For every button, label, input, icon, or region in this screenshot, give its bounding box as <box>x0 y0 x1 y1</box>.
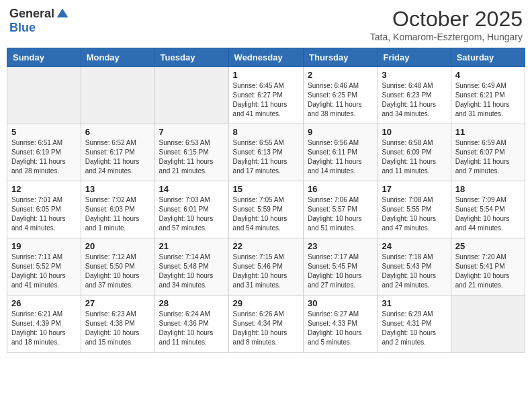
day-number: 31 <box>382 298 446 308</box>
day-info: Sunrise: 7:08 AM Sunset: 5:55 PM Dayligh… <box>382 195 446 233</box>
logo: General Blue <box>9 7 69 35</box>
week-row-4: 19Sunrise: 7:11 AM Sunset: 5:52 PM Dayli… <box>7 238 525 295</box>
calendar-cell: 31Sunrise: 6:29 AM Sunset: 4:31 PM Dayli… <box>378 295 451 353</box>
logo-blue-text: Blue <box>9 21 36 35</box>
day-info: Sunrise: 7:03 AM Sunset: 6:01 PM Dayligh… <box>159 195 224 233</box>
day-info: Sunrise: 6:24 AM Sunset: 4:36 PM Dayligh… <box>159 310 224 347</box>
weekday-header-thursday: Thursday <box>304 48 378 67</box>
calendar-cell: 14Sunrise: 7:03 AM Sunset: 6:01 PM Dayli… <box>154 181 228 238</box>
day-number: 1 <box>233 70 299 80</box>
day-number: 8 <box>233 127 299 137</box>
day-info: Sunrise: 6:49 AM Sunset: 6:21 PM Dayligh… <box>455 81 521 119</box>
day-info: Sunrise: 7:20 AM Sunset: 5:41 PM Dayligh… <box>455 253 521 290</box>
week-row-3: 12Sunrise: 7:01 AM Sunset: 6:05 PM Dayli… <box>7 181 525 238</box>
calendar-cell: 22Sunrise: 7:15 AM Sunset: 5:46 PM Dayli… <box>228 238 303 295</box>
day-number: 3 <box>382 70 446 80</box>
weekday-header-monday: Monday <box>81 48 154 67</box>
day-info: Sunrise: 7:01 AM Sunset: 6:05 PM Dayligh… <box>11 195 77 233</box>
day-info: Sunrise: 7:02 AM Sunset: 6:03 PM Dayligh… <box>85 195 150 233</box>
calendar-cell: 18Sunrise: 7:09 AM Sunset: 5:54 PM Dayli… <box>451 181 525 238</box>
calendar-cell: 20Sunrise: 7:12 AM Sunset: 5:50 PM Dayli… <box>81 238 154 295</box>
calendar-cell <box>7 67 81 124</box>
day-number: 18 <box>455 184 521 194</box>
day-info: Sunrise: 7:17 AM Sunset: 5:45 PM Dayligh… <box>308 253 373 290</box>
title-section: October 2025 Tata, Komarom-Esztergom, Hu… <box>370 7 523 42</box>
day-info: Sunrise: 7:15 AM Sunset: 5:46 PM Dayligh… <box>233 253 299 290</box>
day-number: 11 <box>455 127 521 137</box>
svg-marker-0 <box>57 8 69 17</box>
calendar-cell: 24Sunrise: 7:18 AM Sunset: 5:43 PM Dayli… <box>378 238 451 295</box>
weekday-header-friday: Friday <box>378 48 451 67</box>
day-number: 26 <box>11 298 77 308</box>
day-number: 23 <box>308 241 373 251</box>
calendar-cell: 23Sunrise: 7:17 AM Sunset: 5:45 PM Dayli… <box>304 238 378 295</box>
week-row-1: 1Sunrise: 6:45 AM Sunset: 6:27 PM Daylig… <box>7 67 525 124</box>
day-number: 27 <box>85 298 150 308</box>
calendar-cell: 10Sunrise: 6:58 AM Sunset: 6:09 PM Dayli… <box>378 124 451 181</box>
day-info: Sunrise: 6:27 AM Sunset: 4:33 PM Dayligh… <box>308 310 373 347</box>
calendar-cell <box>154 67 228 124</box>
day-info: Sunrise: 6:52 AM Sunset: 6:17 PM Dayligh… <box>85 138 150 176</box>
logo-general-text: General <box>9 7 54 21</box>
day-info: Sunrise: 6:45 AM Sunset: 6:27 PM Dayligh… <box>233 81 299 119</box>
day-number: 10 <box>382 127 446 137</box>
day-info: Sunrise: 6:26 AM Sunset: 4:34 PM Dayligh… <box>233 310 299 347</box>
calendar-cell: 7Sunrise: 6:53 AM Sunset: 6:15 PM Daylig… <box>154 124 228 181</box>
logo-icon <box>56 7 69 21</box>
day-number: 29 <box>233 298 299 308</box>
calendar-cell: 11Sunrise: 6:59 AM Sunset: 6:07 PM Dayli… <box>451 124 525 181</box>
day-number: 19 <box>11 241 77 251</box>
day-number: 14 <box>159 184 224 194</box>
calendar-table: SundayMondayTuesdayWednesdayThursdayFrid… <box>7 48 525 353</box>
weekday-header-sunday: Sunday <box>7 48 81 67</box>
day-info: Sunrise: 7:09 AM Sunset: 5:54 PM Dayligh… <box>455 195 521 233</box>
day-info: Sunrise: 6:23 AM Sunset: 4:38 PM Dayligh… <box>85 310 150 347</box>
calendar-cell: 21Sunrise: 7:14 AM Sunset: 5:48 PM Dayli… <box>154 238 228 295</box>
weekday-header-saturday: Saturday <box>451 48 525 67</box>
day-info: Sunrise: 6:51 AM Sunset: 6:19 PM Dayligh… <box>11 138 77 176</box>
day-number: 21 <box>159 241 224 251</box>
weekday-header-wednesday: Wednesday <box>228 48 303 67</box>
day-number: 5 <box>11 127 77 137</box>
day-number: 6 <box>85 127 150 137</box>
day-info: Sunrise: 6:59 AM Sunset: 6:07 PM Dayligh… <box>455 138 521 176</box>
week-row-2: 5Sunrise: 6:51 AM Sunset: 6:19 PM Daylig… <box>7 124 525 181</box>
calendar-cell: 25Sunrise: 7:20 AM Sunset: 5:41 PM Dayli… <box>451 238 525 295</box>
day-info: Sunrise: 6:21 AM Sunset: 4:39 PM Dayligh… <box>11 310 77 347</box>
weekday-header-tuesday: Tuesday <box>154 48 228 67</box>
calendar-cell: 6Sunrise: 6:52 AM Sunset: 6:17 PM Daylig… <box>81 124 154 181</box>
location-text: Tata, Komarom-Esztergom, Hungary <box>370 32 523 42</box>
calendar-cell: 13Sunrise: 7:02 AM Sunset: 6:03 PM Dayli… <box>81 181 154 238</box>
day-number: 2 <box>308 70 373 80</box>
calendar-cell <box>81 67 154 124</box>
day-number: 4 <box>455 70 521 80</box>
day-info: Sunrise: 6:46 AM Sunset: 6:25 PM Dayligh… <box>308 81 373 119</box>
calendar-cell: 30Sunrise: 6:27 AM Sunset: 4:33 PM Dayli… <box>304 295 378 353</box>
day-info: Sunrise: 7:11 AM Sunset: 5:52 PM Dayligh… <box>11 253 77 290</box>
calendar-cell: 28Sunrise: 6:24 AM Sunset: 4:36 PM Dayli… <box>154 295 228 353</box>
day-number: 7 <box>159 127 224 137</box>
month-title: October 2025 <box>370 7 523 32</box>
day-info: Sunrise: 6:53 AM Sunset: 6:15 PM Dayligh… <box>159 138 224 176</box>
day-number: 13 <box>85 184 150 194</box>
day-number: 25 <box>455 241 521 251</box>
day-number: 20 <box>85 241 150 251</box>
day-info: Sunrise: 7:14 AM Sunset: 5:48 PM Dayligh… <box>159 253 224 290</box>
calendar-cell: 17Sunrise: 7:08 AM Sunset: 5:55 PM Dayli… <box>378 181 451 238</box>
day-info: Sunrise: 6:58 AM Sunset: 6:09 PM Dayligh… <box>382 138 446 176</box>
day-info: Sunrise: 6:55 AM Sunset: 6:13 PM Dayligh… <box>233 138 299 176</box>
day-info: Sunrise: 6:48 AM Sunset: 6:23 PM Dayligh… <box>382 81 446 119</box>
calendar-cell: 4Sunrise: 6:49 AM Sunset: 6:21 PM Daylig… <box>451 67 525 124</box>
calendar-cell <box>451 295 525 353</box>
calendar-cell: 3Sunrise: 6:48 AM Sunset: 6:23 PM Daylig… <box>378 67 451 124</box>
week-row-5: 26Sunrise: 6:21 AM Sunset: 4:39 PM Dayli… <box>7 295 525 353</box>
day-info: Sunrise: 6:29 AM Sunset: 4:31 PM Dayligh… <box>382 310 446 347</box>
calendar-cell: 29Sunrise: 6:26 AM Sunset: 4:34 PM Dayli… <box>228 295 303 353</box>
calendar-cell: 19Sunrise: 7:11 AM Sunset: 5:52 PM Dayli… <box>7 238 81 295</box>
calendar-cell: 12Sunrise: 7:01 AM Sunset: 6:05 PM Dayli… <box>7 181 81 238</box>
day-info: Sunrise: 7:06 AM Sunset: 5:57 PM Dayligh… <box>308 195 373 233</box>
calendar-cell: 2Sunrise: 6:46 AM Sunset: 6:25 PM Daylig… <box>304 67 378 124</box>
day-number: 12 <box>11 184 77 194</box>
day-info: Sunrise: 7:05 AM Sunset: 5:59 PM Dayligh… <box>233 195 299 233</box>
calendar-cell: 5Sunrise: 6:51 AM Sunset: 6:19 PM Daylig… <box>7 124 81 181</box>
